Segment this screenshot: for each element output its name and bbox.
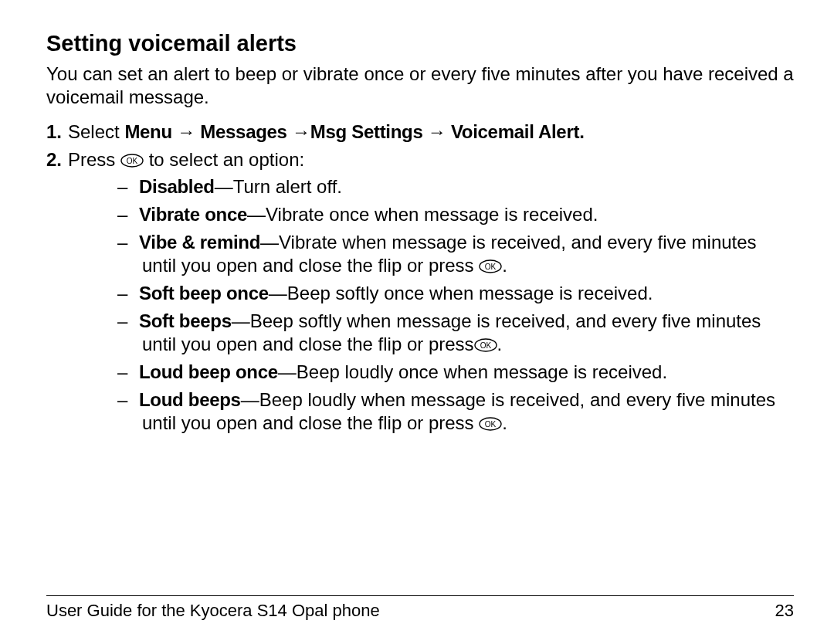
option-desc: —Beep softly once when message is receiv…: [269, 283, 653, 303]
option-desc: —Turn alert off.: [215, 176, 342, 197]
option-label: Soft beeps: [139, 310, 232, 331]
option-desc-after: .: [502, 412, 507, 433]
bullet-dash: –: [117, 388, 139, 412]
footer-title: User Guide for the Kyocera S14 Opal phon…: [46, 601, 380, 621]
option-label: Loud beeps: [139, 389, 241, 410]
bullet-dash: –: [117, 282, 139, 305]
step-2: 2.Press OK to select an option: –Disable…: [46, 147, 794, 435]
step-text: Select: [68, 121, 124, 142]
menu-path: Menu → Messages →Msg Settings → Voicemai…: [124, 121, 584, 142]
svg-text:OK: OK: [485, 263, 497, 271]
option-vibe-remind: –Vibe & remind—Vibrate when message is r…: [74, 231, 794, 277]
step-1: 1.Select Menu → Messages →Msg Settings →…: [46, 120, 794, 144]
bullet-dash: –: [117, 175, 139, 198]
step-number: 1.: [46, 120, 68, 144]
ok-button-icon: OK: [479, 259, 502, 273]
option-loud-beep-once: –Loud beep once—Beep loudly once when me…: [74, 361, 794, 384]
intro-paragraph: You can set an alert to beep or vibrate …: [46, 63, 794, 109]
option-desc-after: .: [497, 334, 503, 354]
svg-text:OK: OK: [485, 420, 497, 429]
footer-rule: [46, 595, 794, 596]
option-label: Soft beep once: [139, 283, 269, 303]
steps-list: 1.Select Menu → Messages →Msg Settings →…: [46, 120, 794, 435]
page-number: 23: [775, 601, 794, 621]
page-footer: User Guide for the Kyocera S14 Opal phon…: [46, 595, 794, 621]
option-loud-beeps: –Loud beeps—Beep loudly when message is …: [74, 388, 794, 435]
option-desc: —Beep loudly once when message is receiv…: [278, 361, 667, 382]
option-label: Loud beep once: [139, 361, 278, 382]
option-label: Vibrate once: [139, 204, 247, 225]
option-label: Disabled: [139, 176, 215, 197]
section-heading: Setting voicemail alerts: [46, 31, 794, 56]
option-soft-beep-once: –Soft beep once—Beep softly once when me…: [74, 282, 794, 305]
option-vibrate-once: –Vibrate once—Vibrate once when message …: [74, 203, 794, 226]
svg-text:OK: OK: [480, 341, 491, 350]
option-label: Vibe & remind: [139, 232, 260, 253]
ok-button-icon: OK: [474, 338, 497, 352]
ok-button-icon: OK: [120, 154, 144, 168]
step-text-after: to select an option:: [144, 149, 304, 170]
option-desc: —Vibrate once when message is received.: [247, 204, 598, 225]
step-text-before: Press: [68, 149, 120, 170]
bullet-dash: –: [117, 203, 139, 226]
options-list: –Disabled—Turn alert off. –Vibrate once—…: [74, 175, 794, 435]
option-desc-after: .: [502, 255, 507, 276]
bullet-dash: –: [117, 231, 139, 254]
svg-text:OK: OK: [127, 157, 138, 165]
document-page: Setting voicemail alerts You can set an …: [0, 0, 834, 644]
bullet-dash: –: [117, 361, 139, 384]
ok-button-icon: OK: [479, 417, 502, 431]
bullet-dash: –: [117, 310, 139, 333]
option-disabled: –Disabled—Turn alert off.: [74, 175, 794, 198]
option-desc-before: —Beep softly when message is received, a…: [142, 310, 761, 354]
step-number: 2.: [46, 147, 68, 172]
option-soft-beeps: –Soft beeps—Beep softly when message is …: [74, 310, 794, 356]
